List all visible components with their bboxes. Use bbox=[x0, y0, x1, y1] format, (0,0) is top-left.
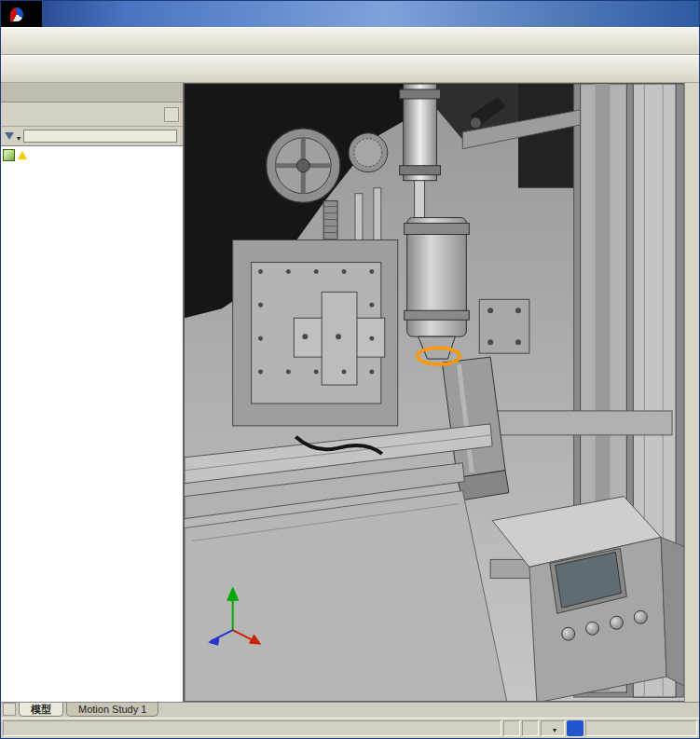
tab-scroll-button[interactable] bbox=[3, 703, 16, 716]
status-defined-state bbox=[503, 720, 520, 736]
panel-tabs bbox=[1, 83, 183, 103]
task-pane-strip bbox=[684, 83, 699, 702]
warning-icon bbox=[18, 151, 27, 159]
status-edit-mode bbox=[522, 720, 539, 736]
tab-Motion Study 1[interactable]: Motion Study 1 bbox=[66, 703, 158, 717]
solidworks-logo bbox=[1, 1, 42, 27]
filter-input[interactable] bbox=[23, 130, 177, 143]
status-custom-button[interactable] bbox=[541, 720, 565, 736]
bottom-tab-bar: 模型Motion Study 1 bbox=[1, 702, 699, 718]
featuremanager-header bbox=[1, 103, 183, 127]
flyout-expand-button[interactable] bbox=[164, 107, 179, 122]
main-area bbox=[1, 83, 699, 702]
custom-caret-icon[interactable] bbox=[553, 722, 556, 735]
featuremanager-panel bbox=[1, 83, 184, 702]
status-bar bbox=[1, 718, 699, 738]
bottom-tabs: 模型Motion Study 1 bbox=[16, 703, 158, 717]
tree-root-item[interactable] bbox=[1, 146, 183, 163]
status-message bbox=[3, 720, 501, 736]
status-help-icon[interactable] bbox=[567, 720, 583, 736]
assembly-toolbar bbox=[1, 55, 699, 83]
status-spacer bbox=[585, 720, 697, 736]
ds-logo-icon bbox=[10, 7, 23, 21]
machine-3d-model bbox=[185, 84, 684, 701]
filter-row bbox=[1, 127, 183, 145]
filter-caret-icon[interactable] bbox=[17, 128, 21, 144]
solidworks-window: 模型Motion Study 1 bbox=[0, 0, 700, 739]
assembly-icon bbox=[3, 149, 15, 161]
graphics-area[interactable] bbox=[184, 83, 684, 702]
tab-模型[interactable]: 模型 bbox=[19, 703, 63, 717]
annotation-toolbar bbox=[1, 27, 699, 55]
filter-funnel-icon[interactable] bbox=[5, 132, 14, 140]
title-bar bbox=[1, 1, 699, 27]
feature-tree bbox=[1, 145, 183, 702]
